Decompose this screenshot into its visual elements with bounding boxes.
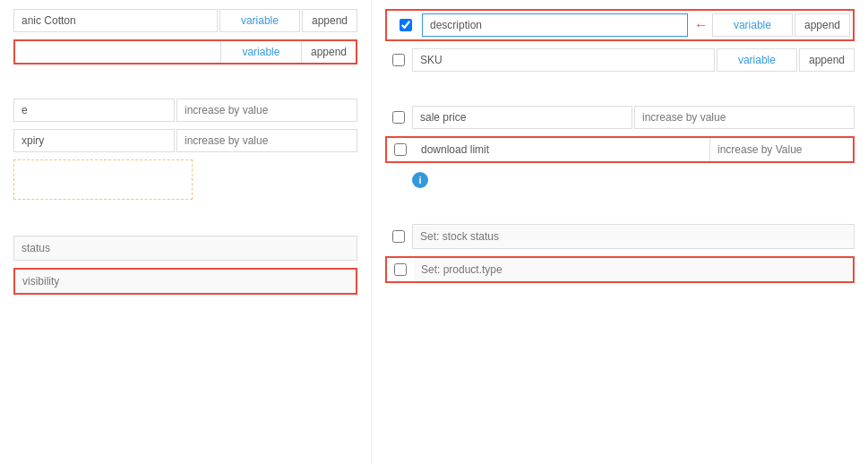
desc-text-input[interactable] — [422, 13, 688, 37]
left-increase-row-2 — [13, 129, 357, 152]
set-stock-row — [385, 224, 855, 249]
sku-select[interactable] — [717, 48, 797, 72]
left-increase-input-1[interactable] — [176, 99, 357, 122]
set-product-checkbox[interactable] — [394, 263, 407, 276]
sale-price-checkbox-wrap — [385, 111, 412, 124]
sale-price-row — [385, 106, 855, 129]
set-product-checkbox-wrap — [387, 261, 414, 279]
set-stock-checkbox-wrap — [385, 230, 412, 243]
left-row-1: append — [13, 9, 357, 32]
dl-checkbox[interactable] — [394, 143, 407, 156]
left-dashed-box — [13, 159, 193, 200]
left-inc-label-1[interactable] — [13, 99, 175, 122]
set-stock-input[interactable] — [412, 224, 855, 249]
right-column: ← append append — [372, 0, 868, 464]
sku-checkbox[interactable] — [392, 54, 405, 66]
sku-append-btn[interactable]: append — [799, 48, 855, 72]
left-visibility-input[interactable] — [15, 270, 356, 293]
left-status-row-1 — [13, 236, 357, 261]
left-inc-label-2[interactable] — [13, 129, 175, 152]
set-stock-checkbox[interactable] — [392, 230, 405, 243]
left-increase-row-1 — [13, 99, 357, 122]
desc-checkbox[interactable] — [400, 19, 412, 31]
arrow-icon: ← — [694, 17, 709, 33]
left-text-input-1[interactable] — [13, 9, 218, 32]
sku-checkbox-wrap — [385, 54, 412, 66]
desc-checkbox-wrap — [390, 19, 422, 31]
desc-append-btn[interactable]: append — [795, 13, 850, 37]
sku-text-input[interactable] — [412, 48, 715, 72]
set-product-row-outer — [385, 256, 855, 283]
desc-select[interactable] — [712, 13, 793, 37]
sale-price-checkbox[interactable] — [392, 111, 405, 124]
left-increase-input-2[interactable] — [176, 129, 357, 152]
left-text-input-2[interactable] — [15, 41, 220, 63]
dl-increase-input[interactable] — [709, 138, 853, 161]
left-column: append append — [0, 0, 372, 464]
info-icon: i — [412, 172, 428, 188]
page: append append — [0, 0, 868, 464]
left-status-input[interactable] — [13, 236, 357, 261]
set-product-input[interactable] — [414, 258, 853, 281]
left-append-btn-2[interactable]: append — [301, 41, 356, 63]
left-select-1[interactable] — [219, 9, 300, 32]
left-append-btn-1[interactable]: append — [302, 9, 357, 32]
dl-checkbox-wrap — [387, 141, 414, 159]
info-area: i — [412, 172, 855, 188]
left-row-2-outer: append — [13, 39, 357, 64]
sale-price-increase[interactable] — [634, 106, 855, 129]
dl-label-input[interactable] — [414, 138, 709, 161]
sku-row: append — [385, 48, 855, 72]
sale-price-input[interactable] — [412, 106, 632, 129]
left-select-2[interactable] — [220, 41, 301, 63]
desc-row-outer: ← append — [385, 9, 855, 41]
download-limit-row-outer — [385, 136, 855, 163]
left-visibility-row-outer — [13, 268, 357, 295]
